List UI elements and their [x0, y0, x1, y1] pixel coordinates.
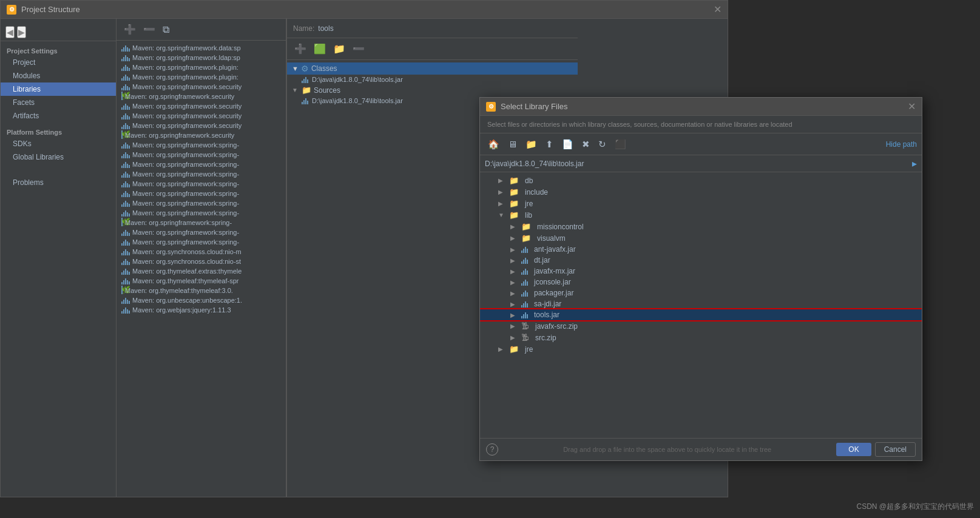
- library-list-item[interactable]: Maven: org.springframework:spring-: [117, 227, 286, 237]
- cancel-button[interactable]: Cancel: [875, 442, 916, 457]
- library-list-item[interactable]: Maven: org.springframework:spring-: [117, 150, 286, 160]
- file-tree-item[interactable]: ▶ 🗜 javafx-src.zip: [480, 320, 922, 332]
- new-folder-button[interactable]: 📁: [522, 137, 540, 152]
- sources-section-header[interactable]: ▼ 📁 Sources: [287, 84, 578, 96]
- copy-button[interactable]: ⧉: [160, 23, 172, 36]
- library-item-label: Maven: org.springframework.ldap:sp: [132, 54, 240, 61]
- dialog-subtitle: Select files or directories in which lib…: [480, 116, 922, 133]
- library-list-item[interactable]: Maven: org.springframework.security: [117, 82, 286, 92]
- library-item-label: Maven: org.springframework.security: [132, 112, 242, 119]
- back-button[interactable]: ◀: [5, 26, 15, 38]
- library-list-item[interactable]: Maven: org.springframework:spring-: [117, 179, 286, 189]
- dialog-close-button[interactable]: ✕: [908, 101, 916, 112]
- library-list-item[interactable]: Maven: org.synchronoss.cloud:nio-st: [117, 257, 286, 266]
- file-tree-item[interactable]: ▶ 📁 include: [480, 186, 922, 198]
- add-green-button[interactable]: 🟩: [311, 42, 328, 56]
- file-tree-item[interactable]: ▶ 🗜 src.zip: [480, 332, 922, 343]
- tree-arrow-icon: ▶: [510, 223, 518, 230]
- library-list-item[interactable]: Maven: org.springframework:spring-: [117, 160, 286, 169]
- remove-button[interactable]: ➖: [141, 22, 158, 36]
- platform-settings-heading: Platform Settings: [1, 123, 116, 137]
- library-list-item[interactable]: Maven: org.springframework:spring-: [117, 198, 286, 208]
- file-tree-item[interactable]: ▶ 📁 db: [480, 175, 922, 186]
- library-list-item[interactable]: Maven: org.springframework.plugin:: [117, 62, 286, 72]
- home-button[interactable]: 🏠: [485, 137, 502, 152]
- bar-chart-icon: [121, 238, 130, 246]
- leaf-icon: 🌿: [121, 132, 123, 139]
- bar-chart-icon: [121, 122, 130, 129]
- library-list-item[interactable]: Maven: org.springframework:spring-: [117, 237, 286, 247]
- sidebar-item-artifacts[interactable]: Artifacts: [1, 109, 116, 123]
- library-item-label: Maven: org.springframework.data:sp: [132, 44, 241, 52]
- library-list-item[interactable]: Maven: org.webjars:jquery:1.11.3: [117, 305, 286, 315]
- bar-chart-icon: [121, 151, 130, 158]
- bar-chart-icon: [121, 44, 130, 52]
- library-list-item[interactable]: Maven: org.synchronoss.cloud:nio-m: [117, 247, 286, 257]
- sidebar-item-project[interactable]: Project: [1, 56, 116, 69]
- sidebar-item-facets[interactable]: Facets: [1, 96, 116, 109]
- ok-button[interactable]: OK: [836, 443, 871, 456]
- library-list-item[interactable]: Maven: org.springframework:spring-: [117, 169, 286, 179]
- library-list-item[interactable]: Maven: org.springframework:spring-: [117, 189, 286, 198]
- file-tree-item[interactable]: ▶ ant-javafx.jar: [480, 244, 922, 255]
- library-list-item[interactable]: Maven: org.springframework:spring-: [117, 140, 286, 150]
- file-tree-item[interactable]: ▶ javafx-mx.jar: [480, 266, 922, 277]
- library-item-label: Maven: org.springframework:spring-: [132, 209, 239, 217]
- library-list-item[interactable]: Maven: org.springframework.security: [117, 101, 286, 111]
- library-list-item[interactable]: Maven: org.springframework.security: [117, 111, 286, 121]
- file-tree-item[interactable]: ▶ jconsole.jar: [480, 277, 922, 288]
- classes-jar-item[interactable]: D:\java\jdk1.8.0_74\lib\tools.jar: [287, 75, 578, 84]
- up-folder-button[interactable]: ⬆: [542, 137, 556, 152]
- library-list-item[interactable]: Maven: org.springframework.security: [117, 121, 286, 130]
- library-list-item[interactable]: Maven: org.springframework:spring-: [117, 208, 286, 218]
- file-tree-item-label: lib: [525, 211, 532, 220]
- name-label-text: Name:: [293, 24, 314, 33]
- classes-section-header[interactable]: ▼ ⚙ Classes: [287, 62, 578, 75]
- library-list-item[interactable]: Maven: org.thymeleaf:thymeleaf-spr: [117, 276, 286, 286]
- tree-arrow-icon: ▶: [510, 279, 518, 286]
- sidebar-item-global-libraries[interactable]: Global Libraries: [1, 150, 116, 164]
- add-button[interactable]: ➕: [121, 22, 138, 36]
- forward-button[interactable]: ▶: [17, 26, 26, 38]
- toggle-button[interactable]: ⬛: [612, 137, 629, 152]
- library-list-item[interactable]: Maven: org.springframework.plugin:: [117, 72, 286, 82]
- hide-path-button[interactable]: Hide path: [886, 140, 917, 149]
- sidebar-item-sdks[interactable]: SDKs: [1, 137, 116, 150]
- file-tree-item[interactable]: ▶ dt.jar: [480, 255, 922, 266]
- library-list-item[interactable]: Maven: org.thymeleaf.extras:thymele: [117, 266, 286, 276]
- file-tree-item[interactable]: ▶ tools.jar: [480, 309, 922, 320]
- delete-button[interactable]: ✖: [579, 137, 593, 152]
- window-close-button[interactable]: ✕: [714, 4, 721, 15]
- sidebar-item-modules[interactable]: Modules: [1, 69, 116, 82]
- refresh-button[interactable]: ↻: [595, 137, 609, 152]
- dialog-footer: ? Drag and drop a file into the space ab…: [480, 438, 922, 460]
- remove-lib-button[interactable]: ➖: [350, 42, 367, 56]
- name-bar: Name: tools: [287, 19, 578, 38]
- file-tree-item[interactable]: ▶ 📁 jre: [480, 198, 922, 209]
- tree-arrow-icon: ▶: [510, 323, 518, 329]
- file-tree-item[interactable]: ▶ 📁 jre: [480, 343, 922, 355]
- library-list-item[interactable]: Maven: org.springframework.data:sp: [117, 43, 286, 53]
- file-tree-item[interactable]: ▶ 📁 missioncontrol: [480, 221, 922, 232]
- file-tree-item[interactable]: ▶ sa-jdi.jar: [480, 298, 922, 309]
- path-dropdown-icon[interactable]: ▸: [912, 158, 917, 169]
- library-list-item[interactable]: 🌿 Maven: org.springframework:spring-: [117, 218, 286, 227]
- sidebar-item-libraries[interactable]: Libraries: [1, 82, 116, 96]
- file-tree-item[interactable]: ▶ 📁 visualvm: [480, 232, 922, 244]
- desktop-button[interactable]: 🖥: [505, 137, 520, 151]
- library-item-label: Maven: org.springframework:spring-: [132, 161, 239, 168]
- help-button[interactable]: ?: [486, 443, 498, 456]
- library-list: Maven: org.springframework.data:sp Maven…: [117, 41, 286, 497]
- new-button2[interactable]: 📄: [559, 137, 576, 152]
- library-list-item[interactable]: 🌿 Maven: org.springframework.security: [117, 92, 286, 101]
- file-tree-item[interactable]: ▼ 📁 lib: [480, 209, 922, 221]
- library-list-item[interactable]: Maven: org.unbescape:unbescape:1.: [117, 295, 286, 305]
- file-tree-item-label: javafx-src.zip: [535, 322, 578, 331]
- add-folder-button[interactable]: 📁: [331, 42, 348, 56]
- library-list-item[interactable]: 🌿 Maven: org.thymeleaf:thymeleaf:3.0.: [117, 286, 286, 295]
- add-classes-button[interactable]: ➕: [292, 42, 309, 56]
- library-list-item[interactable]: Maven: org.springframework.ldap:sp: [117, 53, 286, 62]
- sidebar-item-problems[interactable]: Problems: [1, 176, 116, 189]
- file-tree-item[interactable]: ▶ packager.jar: [480, 288, 922, 298]
- library-list-item[interactable]: 🌿 Maven: org.springframework.security: [117, 130, 286, 140]
